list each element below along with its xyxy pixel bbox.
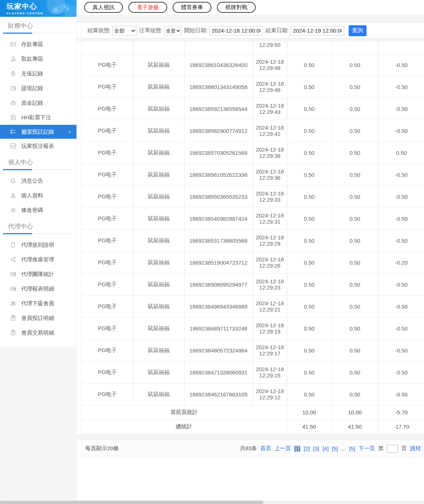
sidebar-item-file-icon[interactable]: 代理規則說明 xyxy=(0,238,76,252)
table-cell xyxy=(133,41,184,54)
table-row: PG电子鼠鼠福福18692385921365565442024-12-1812:… xyxy=(82,98,424,120)
cell-game: 鼠鼠福福 xyxy=(133,54,184,76)
cell-order-no: 1869238582900774912 xyxy=(184,120,253,142)
tab-電子遊藝[interactable]: 電子遊藝 xyxy=(128,2,167,13)
time-text: 12:29:46 xyxy=(254,87,286,93)
order-status-select[interactable]: 全部 xyxy=(164,26,181,36)
jump-prefix-label: 第 xyxy=(378,445,384,452)
sidebar-item-money-bag-icon[interactable]: 充值記錄 xyxy=(0,66,76,81)
sidebar-item-user-icon[interactable]: 個人資料 xyxy=(0,188,76,203)
sidebar-item-users-icon[interactable]: 代理下級會員 xyxy=(0,296,76,311)
sidebar-item-gear-icon[interactable]: 修改密碼 xyxy=(0,203,76,217)
cell-game: 鼠鼠福福 xyxy=(133,229,184,251)
horizontal-scrollbar[interactable] xyxy=(0,501,424,504)
start-date-input[interactable] xyxy=(209,26,263,36)
page-link[interactable]: [1] xyxy=(294,445,300,452)
page-ellipsis[interactable]: ... xyxy=(341,445,346,452)
sidebar-item-clipboard-icon[interactable]: 會員交易明細 xyxy=(0,325,76,340)
cell-order-no: 1869238508095294977 xyxy=(184,273,253,295)
horizontal-scrollbar-thumb[interactable] xyxy=(0,501,263,504)
page-link[interactable]: [2] xyxy=(304,445,310,452)
time-text: 12:29:43 xyxy=(254,109,286,115)
search-button[interactable]: 查詢 xyxy=(349,25,367,36)
cell-time: 2024-12-1812:29:38 xyxy=(253,142,287,164)
cell-game: 鼠鼠福福 xyxy=(133,164,184,186)
sidebar-item-clipboard-icon[interactable]: 會員投註明細 xyxy=(0,311,76,325)
sidebar-item-wallet-icon[interactable]: 提現記錄 xyxy=(0,81,76,96)
settle-status-select[interactable]: 全部 xyxy=(112,26,136,36)
cell-time: 2024-12-1812:29:12 xyxy=(253,383,287,405)
prev-page-link[interactable]: 上一页 xyxy=(274,445,291,452)
cell-valid-bet: 0.50 xyxy=(331,98,378,120)
time-text: 12:29:23 xyxy=(254,284,286,291)
cell-order-no: 1869238498943346689 xyxy=(184,295,253,317)
cell-time: 2024-12-1812:29:23 xyxy=(253,273,287,295)
sidebar-item-list-icon[interactable]: 廳室投註記錄› xyxy=(0,125,76,139)
sidebar-item-hand-coin-icon[interactable]: 取款專區 xyxy=(0,52,76,66)
sidebar-item-purse-icon[interactable]: 資金記錄 xyxy=(0,96,76,110)
jump-button[interactable]: 跳转 xyxy=(410,445,421,452)
cell-order-no: 1869238601343149058 xyxy=(184,76,253,98)
cell-order-no: 1869238570305261568 xyxy=(184,142,253,164)
cell-order-no: 1869238531738605568 xyxy=(184,229,253,251)
cell-time: 2024-12-1812:29:36 xyxy=(253,164,287,186)
jump-page-input[interactable] xyxy=(387,445,398,453)
bank-card-icon xyxy=(10,41,16,47)
end-date-input[interactable] xyxy=(290,26,344,36)
date-text: 2024-12-18 xyxy=(254,366,286,372)
list-icon xyxy=(10,129,16,135)
page-link[interactable]: [4] xyxy=(322,445,329,452)
app-title: 玩家中心 xyxy=(7,2,76,11)
share-icon xyxy=(10,257,16,262)
date-text: 2024-12-18 xyxy=(254,81,286,87)
cell-result: -0.50 xyxy=(378,361,424,383)
cell-valid-bet: 0.50 xyxy=(331,251,378,273)
cell-provider: PG电子 xyxy=(82,383,133,405)
date-text: 2024-12-18 xyxy=(254,124,286,131)
page-summary-row: 當前頁統計10.0010.00-5.70 xyxy=(82,405,424,419)
bet-records-table: 12:29:50PG电子鼠鼠福福18692386104363264002024-… xyxy=(82,41,424,434)
start-date-label: 開始日期: xyxy=(184,27,207,34)
next-page-link[interactable]: 下一页 xyxy=(359,445,375,452)
page-link[interactable]: [3] xyxy=(313,445,319,452)
time-text: 12:29:21 xyxy=(254,306,286,313)
sidebar-item-document-icon[interactable]: HH彩票下注 xyxy=(0,110,76,125)
cell-result: -0.50 xyxy=(378,98,424,120)
sidebar-item-bank-card-icon[interactable]: 存款專區 xyxy=(0,37,76,52)
table-row: PG电子鼠鼠福福18692385080952949772024-12-1812:… xyxy=(82,273,424,295)
cell-order-no: 1869238480572324864 xyxy=(184,339,253,361)
section-underline xyxy=(3,233,73,234)
sidebar-item-news-icon[interactable]: 代理報表明細 xyxy=(0,281,76,296)
date-text: 2024-12-18 xyxy=(254,168,286,175)
cell-game: 鼠鼠福福 xyxy=(133,251,184,273)
cell-game: 鼠鼠福福 xyxy=(133,76,184,98)
file-icon xyxy=(10,242,16,248)
table-cell xyxy=(82,41,133,54)
sidebar-item-news-icon[interactable]: 代理團隊統計 xyxy=(0,267,76,281)
main-content: 真人視訊電子遊藝體育賽事棋牌對戰 結算狀態: 全部 注單狀態: 全部 開始日期:… xyxy=(77,0,424,501)
bet-records-table-card: 12:29:50PG电子鼠鼠福福18692386104363264002024-… xyxy=(81,41,424,434)
users-icon xyxy=(10,300,16,306)
first-page-link[interactable]: 首页 xyxy=(260,445,271,452)
total-summary-row: 總統計41.5041.50-17.70 xyxy=(82,419,424,434)
page-link[interactable]: [5] xyxy=(349,445,355,452)
cell-time: 2024-12-1812:29:17 xyxy=(253,339,287,361)
page-link[interactable]: [5] xyxy=(332,445,338,452)
time-text: 12:29:17 xyxy=(254,350,286,356)
cell-game: 鼠鼠福福 xyxy=(133,273,184,295)
sidebar-item-bell-icon[interactable]: 消息公告 xyxy=(0,173,76,188)
cell-time: 2024-12-1812:29:33 xyxy=(253,186,287,208)
cell-bet: 0.50 xyxy=(287,208,331,229)
tab-棋牌對戰[interactable]: 棋牌對戰 xyxy=(217,2,256,13)
tab-真人視訊[interactable]: 真人視訊 xyxy=(84,2,123,13)
cell-result: -0.50 xyxy=(378,317,424,339)
sidebar-item-chart-icon[interactable]: 玩家投注報表 xyxy=(0,139,76,153)
cell-time: 2024-12-1812:29:31 xyxy=(253,208,287,229)
cell-result: -0.50 xyxy=(378,186,424,208)
tab-體育賽事[interactable]: 體育賽事 xyxy=(173,2,211,13)
cell-valid-bet: 0.50 xyxy=(331,317,378,339)
gear-icon xyxy=(10,207,16,213)
sidebar-item-label: 存款專區 xyxy=(21,41,43,48)
end-date-label: 結束日期: xyxy=(266,27,289,34)
sidebar-item-share-icon[interactable]: 代理推廣管理 xyxy=(0,252,76,267)
